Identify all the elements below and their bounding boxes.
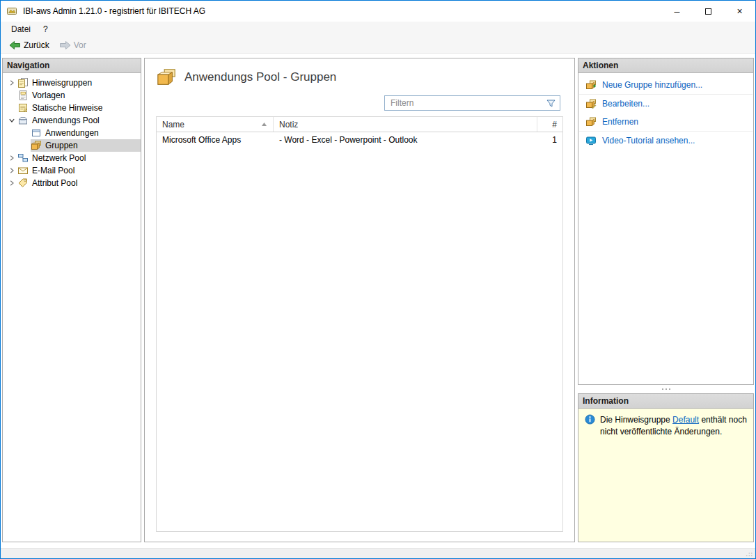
table-row[interactable]: Microsoft Office Apps - Word - Excel - P…: [157, 132, 562, 148]
sidebar-item-label: Anwendungen: [43, 128, 99, 138]
action-list: Neue Gruppe hinzufügen... Bear: [578, 73, 753, 150]
information-text-before: Die Hinweisgruppe: [600, 415, 672, 425]
information-content: Die Hinweisgruppe Default enthält noch n…: [578, 409, 753, 542]
close-button[interactable]: ×: [724, 1, 755, 22]
email-pool-icon: [17, 165, 30, 176]
cell-notiz: - Word - Excel - Powerpoint - Outlook: [274, 132, 537, 148]
resize-grip[interactable]: .::: [746, 551, 753, 558]
menu-datei[interactable]: Datei: [5, 22, 37, 37]
menu-help[interactable]: ?: [37, 22, 54, 37]
forward-button[interactable]: Vor: [55, 39, 90, 52]
status-bar: .::: [1, 548, 755, 558]
templates-icon: [17, 90, 30, 101]
content-panel: Anwendungs Pool - Gruppen Name: [144, 58, 575, 542]
chevron-right-icon[interactable]: [6, 79, 17, 86]
sidebar-item-label: Hinweisgruppen: [30, 78, 92, 88]
action-edit[interactable]: Bearbeiten...: [578, 95, 753, 113]
main-area: Navigation Hinw: [1, 54, 755, 548]
right-column: Aktionen Neue Gruppe hinzufügen...: [578, 58, 754, 542]
filter-control: [384, 95, 560, 111]
application-pool-icon: [17, 115, 30, 126]
sidebar-item-email-pool[interactable]: E-Mail Pool: [6, 164, 141, 177]
column-header-name[interactable]: Name: [157, 117, 274, 132]
sidebar-item-label: Attribut Pool: [30, 178, 77, 188]
splitter-grip-dot: [669, 388, 670, 390]
information-panel: Information Die Hinweisgruppe Default en…: [578, 393, 754, 542]
minimize-button[interactable]: –: [661, 1, 693, 22]
splitter-grip-dot: [662, 388, 663, 390]
panel-splitter[interactable]: [578, 385, 754, 393]
sidebar-item-vorlagen[interactable]: Vorlagen: [6, 89, 141, 102]
forward-arrow-icon: [59, 40, 71, 50]
sidebar-item-label: Vorlagen: [30, 90, 65, 100]
sort-ascending-icon: [261, 122, 267, 127]
back-button-label: Zurück: [24, 40, 49, 50]
back-arrow-icon: [9, 40, 21, 50]
maximize-icon: [705, 8, 711, 15]
sidebar-item-label: Statische Hinweise: [30, 103, 102, 113]
static-notices-icon: [17, 102, 30, 113]
information-panel-header: Information: [578, 394, 753, 409]
actions-panel-header: Aktionen: [578, 58, 753, 73]
chevron-right-icon[interactable]: [6, 180, 17, 187]
back-button[interactable]: Zurück: [5, 39, 54, 52]
menu-bar: Datei ?: [1, 22, 755, 37]
splitter-grip-dot: [666, 388, 667, 390]
column-header-count-label: #: [552, 120, 557, 129]
groups-icon: [31, 140, 43, 151]
sidebar-item-hinweisgruppen[interactable]: Hinweisgruppen: [6, 77, 141, 89]
sidebar-item-statische-hinweise[interactable]: Statische Hinweise: [6, 102, 141, 114]
action-label: Bearbeiten...: [602, 99, 649, 109]
filter-input[interactable]: [385, 96, 560, 110]
navigation-panel-header: Navigation: [3, 58, 141, 73]
column-header-notiz[interactable]: Notiz: [274, 117, 537, 132]
applications-icon: [31, 127, 43, 139]
network-pool-icon: [17, 152, 30, 164]
information-message: Die Hinweisgruppe Default enthält noch n…: [600, 414, 747, 439]
window-title: IBI-aws Admin 1.21.0 - registriert für I…: [23, 6, 205, 16]
app-window: IBI-aws Admin 1.21.0 - registriert für I…: [0, 0, 756, 559]
edit-group-icon: [585, 98, 597, 109]
content-title-row: Anwendungs Pool - Gruppen: [156, 67, 563, 88]
sidebar-item-label: Netzwerk Pool: [30, 153, 86, 163]
info-icon: [585, 414, 595, 425]
action-label: Entfernen: [602, 117, 638, 127]
sidebar-item-attribut-pool[interactable]: Attribut Pool: [6, 177, 141, 189]
sidebar-item-label: E-Mail Pool: [30, 166, 74, 175]
navigation-panel: Navigation Hinw: [2, 58, 141, 542]
sidebar-item-label: Anwendungs Pool: [30, 116, 100, 125]
action-video-tutorial[interactable]: Video-Tutorial ansehen...: [578, 132, 753, 150]
sidebar-item-anwendungs-pool[interactable]: Anwendungs Pool: [6, 114, 141, 127]
sidebar-item-anwendungen[interactable]: Anwendungen: [31, 127, 141, 139]
groups-header-icon: [156, 67, 177, 88]
action-label: Video-Tutorial ansehen...: [602, 136, 695, 145]
page-title: Anwendungs Pool - Gruppen: [184, 70, 336, 84]
actions-panel: Aktionen Neue Gruppe hinzufügen...: [578, 58, 754, 385]
notice-groups-icon: [17, 77, 30, 88]
video-tutorial-icon: [585, 135, 597, 146]
window-controls: – ×: [661, 1, 755, 22]
action-label: Neue Gruppe hinzufügen...: [602, 80, 702, 90]
action-add-group[interactable]: Neue Gruppe hinzufügen...: [578, 76, 753, 94]
sidebar-item-gruppen[interactable]: Gruppen: [31, 139, 141, 152]
column-header-count[interactable]: #: [537, 117, 562, 132]
table-header-row: Name Notiz #: [157, 117, 562, 132]
chevron-right-icon[interactable]: [6, 167, 17, 174]
cell-count: 1: [537, 132, 562, 148]
chevron-down-icon[interactable]: [6, 117, 17, 124]
sidebar-item-netzwerk-pool[interactable]: Netzwerk Pool: [6, 152, 141, 164]
sidebar-item-label: Gruppen: [43, 141, 78, 150]
filter-funnel-icon[interactable]: [546, 98, 556, 109]
navigation-tree: Hinweisgruppen Vorlagen: [3, 73, 141, 189]
column-header-notiz-label: Notiz: [279, 120, 298, 129]
groups-table: Name Notiz # Microsoft Office Apps - Wor…: [156, 116, 563, 532]
toolbar: Zurück Vor: [1, 37, 755, 54]
chevron-right-icon[interactable]: [6, 155, 17, 162]
filter-row: [156, 95, 563, 111]
action-remove[interactable]: Entfernen: [578, 113, 753, 131]
default-group-link[interactable]: Default: [672, 415, 699, 425]
column-header-name-label: Name: [162, 120, 184, 129]
title-bar[interactable]: IBI-aws Admin 1.21.0 - registriert für I…: [1, 1, 755, 22]
cell-name: Microsoft Office Apps: [157, 132, 274, 148]
maximize-button[interactable]: [693, 1, 724, 22]
